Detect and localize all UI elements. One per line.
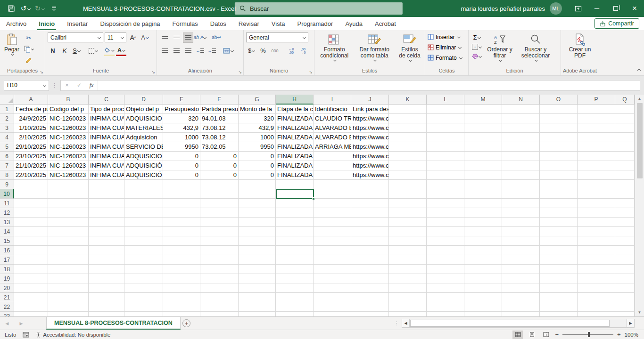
- column-header-B[interactable]: B: [48, 95, 89, 105]
- cell-E19[interactable]: [163, 274, 200, 283]
- format-painter-icon[interactable]: [23, 55, 34, 65]
- cell-A20[interactable]: [14, 283, 48, 293]
- column-header-J[interactable]: J: [351, 95, 389, 105]
- sheet-tab-active[interactable]: MENSUAL 8-PROCESOS-CONTRATACION: [46, 317, 181, 330]
- cell-F22[interactable]: [200, 302, 239, 312]
- cell-I11[interactable]: [314, 199, 351, 208]
- zoom-in-button[interactable]: +: [617, 331, 621, 338]
- font-size-select[interactable]: 11: [105, 32, 126, 42]
- column-header-G[interactable]: G: [239, 95, 276, 105]
- cell-J1[interactable]: Link para descargar el proceso de contra…: [351, 105, 389, 114]
- alignment-dialog-launcher-icon[interactable]: ↘: [238, 70, 242, 74]
- select-all-corner[interactable]: [0, 95, 14, 105]
- cell-G1[interactable]: Monto de la: [239, 105, 276, 114]
- format-as-table-button[interactable]: Dar formato como tabla: [355, 32, 393, 67]
- cell-O14[interactable]: [540, 227, 578, 236]
- cell-J14[interactable]: [351, 227, 389, 236]
- cell-E13[interactable]: [163, 218, 200, 227]
- row-header-20[interactable]: 20: [0, 283, 14, 293]
- cell-F10[interactable]: [200, 189, 239, 199]
- fill-handle[interactable]: [312, 197, 315, 200]
- cell-M15[interactable]: [464, 236, 502, 246]
- cell-N5[interactable]: [502, 142, 540, 152]
- row-header-13[interactable]: 13: [0, 218, 14, 227]
- cell-Q18[interactable]: [615, 265, 635, 274]
- row-header-1[interactable]: 1: [0, 105, 14, 114]
- cell-B14[interactable]: [48, 227, 89, 236]
- cell-J22[interactable]: [351, 302, 389, 312]
- cell-P9[interactable]: [578, 180, 615, 189]
- cell-G19[interactable]: [239, 274, 276, 283]
- column-header-A[interactable]: A: [14, 95, 48, 105]
- cell-J16[interactable]: [351, 246, 389, 255]
- cell-G11[interactable]: [239, 199, 276, 208]
- cell-P8[interactable]: [578, 170, 615, 180]
- cell-K4[interactable]: [389, 133, 427, 142]
- scroll-down-button[interactable]: ▼: [635, 308, 644, 316]
- cell-P4[interactable]: [578, 133, 615, 142]
- cell-H17[interactable]: [276, 255, 314, 265]
- cell-J4[interactable]: https://www.compraspublicas.gob.ec/Proce…: [351, 133, 389, 142]
- cell-M11[interactable]: [464, 199, 502, 208]
- cell-O5[interactable]: [540, 142, 578, 152]
- currency-format-icon[interactable]: $: [246, 46, 256, 56]
- cell-C1[interactable]: Tipo de proc: [89, 105, 124, 114]
- cell-G20[interactable]: [239, 283, 276, 293]
- cell-H2[interactable]: FINALIZADA: [276, 114, 314, 123]
- cell-C21[interactable]: [89, 293, 124, 302]
- cell-Q21[interactable]: [615, 293, 635, 302]
- tab-disposición-de-página[interactable]: Disposición de página: [94, 17, 166, 30]
- cell-N14[interactable]: [502, 227, 540, 236]
- tab-acrobat[interactable]: Acrobat: [369, 17, 402, 30]
- cell-O6[interactable]: [540, 152, 578, 161]
- cell-L9[interactable]: [427, 180, 464, 189]
- cell-K9[interactable]: [389, 180, 427, 189]
- cell-E1[interactable]: Presupuesto: [163, 105, 200, 114]
- cell-M17[interactable]: [464, 255, 502, 265]
- cell-M7[interactable]: [464, 161, 502, 170]
- cell-F19[interactable]: [200, 274, 239, 283]
- cell-M21[interactable]: [464, 293, 502, 302]
- percent-format-icon[interactable]: %: [258, 46, 268, 56]
- cell-H9[interactable]: [276, 180, 314, 189]
- align-right-icon[interactable]: [183, 46, 193, 56]
- cell-Q4[interactable]: [615, 133, 635, 142]
- row-header-4[interactable]: 4: [0, 133, 14, 142]
- cell-N21[interactable]: [502, 293, 540, 302]
- cell-Q6[interactable]: [615, 152, 635, 161]
- row-header-9[interactable]: 9: [0, 180, 14, 189]
- cell-I12[interactable]: [314, 208, 351, 218]
- cell-L10[interactable]: [427, 189, 464, 199]
- cell-B19[interactable]: [48, 274, 89, 283]
- horizontal-scrollbar[interactable]: ⋮ ◀ ▶: [394, 319, 635, 328]
- cell-A12[interactable]: [14, 208, 48, 218]
- customize-quick-access-icon[interactable]: [47, 2, 60, 15]
- cell-D21[interactable]: [124, 293, 163, 302]
- row-header-19[interactable]: 19: [0, 274, 14, 283]
- cell-O17[interactable]: [540, 255, 578, 265]
- cell-D20[interactable]: [124, 283, 163, 293]
- cell-M22[interactable]: [464, 302, 502, 312]
- cell-G21[interactable]: [239, 293, 276, 302]
- cell-N7[interactable]: [502, 161, 540, 170]
- cell-K22[interactable]: [389, 302, 427, 312]
- cell-D17[interactable]: [124, 255, 163, 265]
- cell-N13[interactable]: [502, 218, 540, 227]
- cell-N17[interactable]: [502, 255, 540, 265]
- paste-button[interactable]: Pegar: [2, 32, 21, 67]
- cell-K21[interactable]: [389, 293, 427, 302]
- cell-O10[interactable]: [540, 189, 578, 199]
- cell-C8[interactable]: INFIMA CUA: [89, 170, 124, 180]
- cell-E21[interactable]: [163, 293, 200, 302]
- clear-icon[interactable]: [471, 52, 482, 60]
- cell-L13[interactable]: [427, 218, 464, 227]
- cell-G6[interactable]: 0: [239, 152, 276, 161]
- cell-L11[interactable]: [427, 199, 464, 208]
- cell-C18[interactable]: [89, 265, 124, 274]
- cell-I13[interactable]: [314, 218, 351, 227]
- cell-H5[interactable]: FINALIZADA: [276, 142, 314, 152]
- cell-E20[interactable]: [163, 283, 200, 293]
- cell-E5[interactable]: 9950: [163, 142, 200, 152]
- cell-B4[interactable]: NIC-1260023: [48, 133, 89, 142]
- cell-L15[interactable]: [427, 236, 464, 246]
